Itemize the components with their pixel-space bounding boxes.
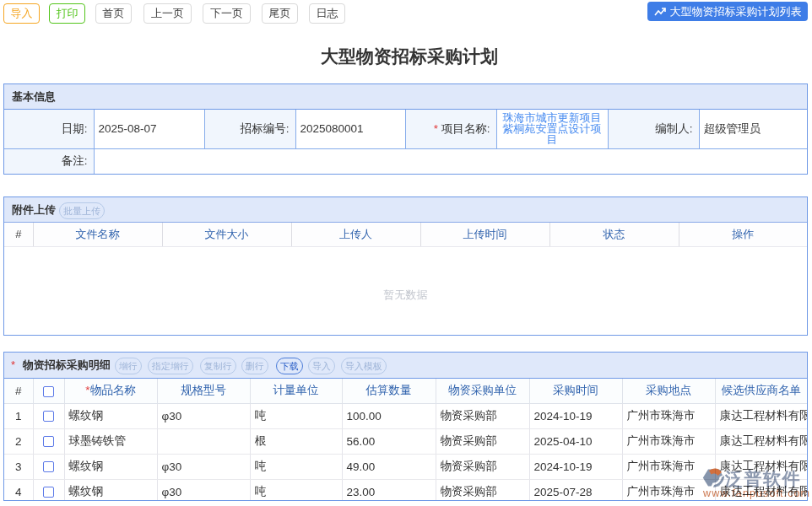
svg-text:www.fanpusoft.com: www.fanpusoft.com	[702, 487, 810, 499]
svg-text:泛普软件: 泛普软件	[724, 469, 801, 488]
